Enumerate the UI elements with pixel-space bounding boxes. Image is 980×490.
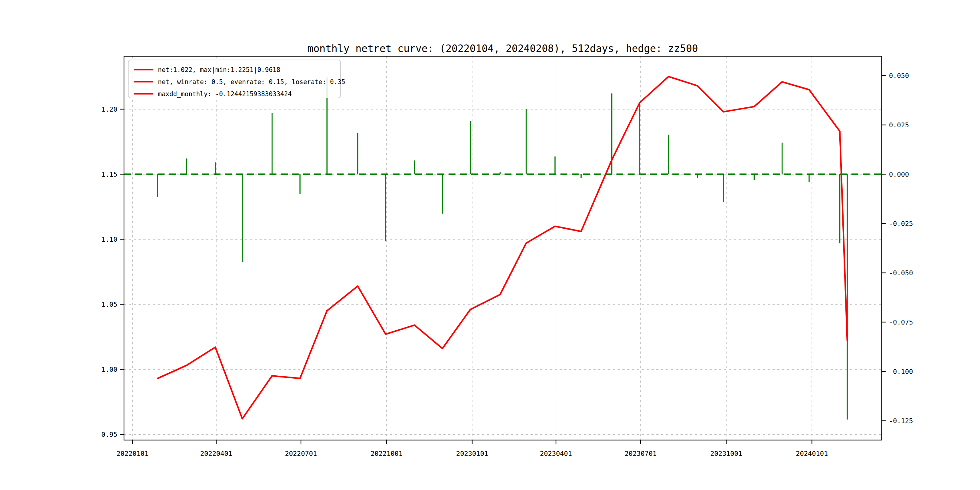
- net-line: [158, 76, 847, 418]
- x-tick-label: 20231001: [710, 450, 742, 457]
- right-tick-label: -0.050: [889, 269, 913, 277]
- monthly-return-bars: [158, 78, 847, 420]
- plot-border: [124, 56, 882, 440]
- axis-tick-marks: [120, 76, 886, 444]
- left-tick-label: 1.00: [101, 366, 117, 373]
- chart-canvas: monthly netret curve: (20220104, 2024020…: [0, 0, 980, 490]
- right-tick-label: 0.025: [889, 121, 909, 129]
- right-tick-label: -0.125: [889, 417, 913, 425]
- x-tick-label: 20230401: [540, 450, 572, 457]
- right-tick-label: -0.100: [889, 368, 913, 375]
- grid-lines: [124, 56, 882, 440]
- x-tick-label: 20221001: [371, 450, 402, 457]
- x-tick-label: 20220701: [285, 450, 317, 457]
- net-curve-line: [158, 76, 847, 418]
- left-tick-label: 1.15: [101, 170, 117, 178]
- x-tick-label: 20240101: [796, 450, 828, 457]
- left-tick-label: 1.05: [101, 301, 117, 308]
- axes-spines: [124, 56, 882, 440]
- chart-title: monthly netret curve: (20220104, 2024020…: [307, 43, 698, 54]
- x-tick-label: 20230701: [625, 450, 657, 457]
- right-tick-label: -0.075: [889, 318, 913, 326]
- left-tick-label: 1.10: [101, 235, 117, 243]
- right-tick-label: 0.000: [889, 170, 909, 178]
- right-tick-label: -0.025: [889, 220, 913, 228]
- axis-tick-labels: 2022010120220401202207012022100120230101…: [101, 72, 913, 457]
- legend-entry-maxdd: maxdd_monthly: -0.12442159383033424: [158, 91, 292, 98]
- legend-entry-winrate: net, winrate: 0.5, evenrate: 0.15, loser…: [158, 78, 345, 86]
- legend-entry-net: net:1.022, max|min:1.2251|0.9618: [158, 66, 280, 74]
- right-tick-label: 0.050: [889, 72, 909, 80]
- chart-figure: monthly netret curve: (20220104, 2024020…: [0, 0, 980, 490]
- x-tick-label: 20220101: [116, 450, 148, 457]
- left-tick-label: 1.20: [101, 105, 117, 113]
- legend: net:1.022, max|min:1.2251|0.9618 net, wi…: [128, 60, 345, 98]
- x-tick-label: 20220401: [200, 450, 232, 457]
- left-tick-label: 0.95: [101, 431, 117, 438]
- x-tick-label: 20230101: [456, 450, 488, 457]
